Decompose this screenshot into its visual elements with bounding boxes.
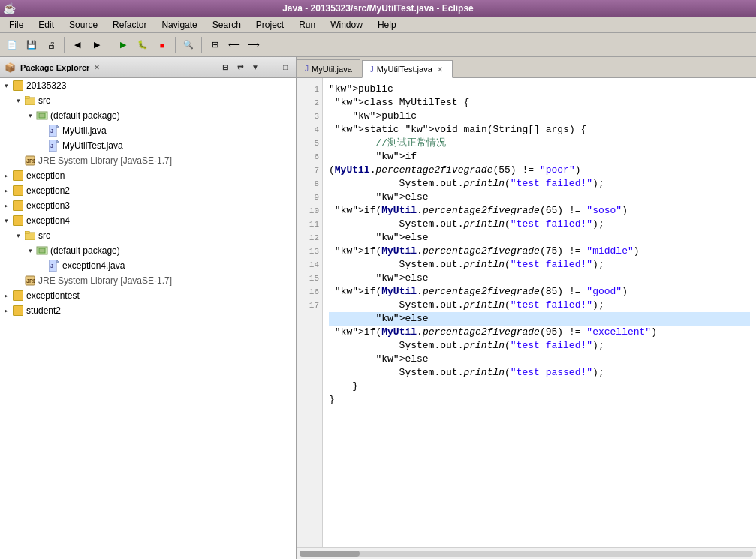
window-icon: ☕ bbox=[3, 2, 16, 14]
line-number: 14 bbox=[300, 258, 319, 272]
title-bar: ☕ Java - 20135323/src/MyUtilTest.java - … bbox=[0, 0, 756, 17]
tab-myutiltest[interactable]: J MyUtilTest.java ✕ bbox=[362, 60, 453, 78]
svg-rect-15 bbox=[25, 231, 29, 233]
line-number: 1 bbox=[300, 83, 319, 96]
tree-item-jre1[interactable]: JREJRE System Library [JavaSE-1.7] bbox=[0, 153, 296, 168]
tab-myutil[interactable]: J MyUtil.java bbox=[297, 59, 360, 77]
pe-min-btn[interactable]: _ bbox=[264, 62, 276, 74]
code-line: System.out.println("test failed!"); bbox=[329, 299, 750, 312]
tree-label: exception4.java bbox=[62, 260, 125, 271]
tree-item-MyUtil[interactable]: JMyUtil.java bbox=[0, 123, 296, 138]
pe-collapse-btn[interactable]: ⊟ bbox=[219, 62, 231, 74]
tree-item-exception4java[interactable]: Jexception4.java bbox=[0, 258, 296, 273]
tree-toggle bbox=[36, 125, 48, 137]
toolbar-sep2 bbox=[110, 37, 110, 53]
line-number: 9 bbox=[300, 191, 319, 204]
menu-run[interactable]: Run bbox=[293, 18, 321, 32]
menu-search[interactable]: Search bbox=[206, 18, 247, 32]
code-line: } bbox=[329, 380, 750, 393]
tree-label: (default package) bbox=[50, 245, 120, 256]
tree-item-exception4[interactable]: ▾exception4 bbox=[0, 213, 296, 228]
package-explorer-close-icon: ✕ bbox=[94, 64, 100, 71]
tree-item-exception3[interactable]: ▸exception3 bbox=[0, 198, 296, 213]
menu-navigate[interactable]: Navigate bbox=[155, 18, 203, 32]
toolbar-debug[interactable]: 🐛 bbox=[134, 36, 152, 54]
tree-item-src4[interactable]: ▾src bbox=[0, 228, 296, 243]
menu-project[interactable]: Project bbox=[250, 18, 290, 32]
tree-icon-java: J bbox=[48, 125, 60, 137]
code-line: System.out.println("test failed!"); bbox=[329, 177, 750, 191]
h-scrollbar-track[interactable] bbox=[300, 551, 753, 557]
tree-item-default_pkg[interactable]: ▾(default package) bbox=[0, 108, 296, 123]
pe-menu-btn[interactable]: ▼ bbox=[249, 62, 261, 74]
menu-bar: File Edit Source Refactor Navigate Searc… bbox=[0, 17, 756, 33]
line-number: 16 bbox=[300, 285, 319, 299]
toolbar-forward[interactable]: ▶ bbox=[88, 36, 106, 54]
menu-help[interactable]: Help bbox=[372, 18, 402, 32]
tree-icon-folder bbox=[24, 95, 36, 107]
line-number: 6 bbox=[300, 150, 319, 164]
code-line: "kw">else bbox=[329, 312, 750, 326]
toolbar: 📄 💾 🖨 ◀ ▶ ▶ 🐛 ■ 🔍 ⊞ ⟵ ⟶ bbox=[0, 33, 756, 57]
toolbar-prev-edit[interactable]: ⟵ bbox=[225, 36, 243, 54]
tree-item-exception[interactable]: ▸exception bbox=[0, 168, 296, 183]
toolbar-save[interactable]: 💾 bbox=[23, 36, 41, 54]
code-line: System.out.println("test passed!"); bbox=[329, 366, 750, 380]
code-line: "kw">else bbox=[329, 353, 750, 366]
line-number: 8 bbox=[300, 177, 319, 191]
line-numbers: 1234567891011121314151617 bbox=[297, 78, 323, 547]
toolbar-back[interactable]: ◀ bbox=[68, 36, 86, 54]
package-explorer-icon: 📦 bbox=[5, 62, 16, 73]
tree-item-MyUtilTest[interactable]: JMyUtilTest.java bbox=[0, 138, 296, 153]
tab-myutiltest-close[interactable]: ✕ bbox=[435, 65, 444, 74]
svg-rect-3 bbox=[39, 113, 45, 118]
pe-max-btn[interactable]: □ bbox=[279, 62, 291, 74]
menu-refactor[interactable]: Refactor bbox=[107, 18, 152, 32]
tree-item-20135323[interactable]: ▾20135323 bbox=[0, 78, 296, 93]
menu-source[interactable]: Source bbox=[63, 18, 104, 32]
main-layout: 📦 Package Explorer ✕ ⊟ ⇄ ▼ _ □ ▾20135323… bbox=[0, 57, 756, 559]
toolbar-search[interactable]: 🔍 bbox=[179, 36, 197, 54]
toolbar-run[interactable]: ▶ bbox=[114, 36, 132, 54]
tree-item-exception2[interactable]: ▸exception2 bbox=[0, 183, 296, 198]
toolbar-print[interactable]: 🖨 bbox=[42, 36, 60, 54]
tree-toggle: ▸ bbox=[0, 290, 12, 302]
code-line: System.out.println("test failed!"); bbox=[329, 258, 750, 272]
tree-icon-project bbox=[12, 80, 24, 92]
editor-scrollbar[interactable] bbox=[297, 547, 756, 559]
tree-item-student2[interactable]: ▸student2 bbox=[0, 303, 296, 318]
toolbar-stop[interactable]: ■ bbox=[153, 36, 171, 54]
tree-toggle: ▾ bbox=[24, 245, 36, 257]
menu-window[interactable]: Window bbox=[324, 18, 369, 32]
svg-marker-6 bbox=[56, 125, 59, 128]
tree-toggle: ▸ bbox=[0, 185, 12, 197]
toolbar-perspective[interactable]: ⊞ bbox=[206, 36, 224, 54]
tree-toggle: ▾ bbox=[0, 215, 12, 227]
h-scrollbar-thumb[interactable] bbox=[300, 551, 360, 557]
tree-item-exceptiontest[interactable]: ▸exceptiontest bbox=[0, 288, 296, 303]
menu-edit[interactable]: Edit bbox=[32, 18, 60, 32]
tree-item-jre4[interactable]: JREJRE System Library [JavaSE-1.7] bbox=[0, 273, 296, 288]
tree-label: exception2 bbox=[26, 185, 70, 196]
toolbar-next-edit[interactable]: ⟶ bbox=[245, 36, 263, 54]
svg-text:JRE: JRE bbox=[26, 158, 35, 164]
pe-link-btn[interactable]: ⇄ bbox=[234, 62, 246, 74]
tree-toggle: ▸ bbox=[0, 170, 12, 182]
code-line: "kw">if bbox=[329, 150, 750, 164]
toolbar-sep4 bbox=[201, 37, 202, 53]
code-line: "kw">public bbox=[329, 110, 750, 123]
tree-toggle: ▸ bbox=[0, 305, 12, 317]
toolbar-new[interactable]: 📄 bbox=[3, 36, 21, 54]
tree-label: exceptiontest bbox=[26, 290, 80, 301]
editor-content[interactable]: 1234567891011121314151617 "kw">public "k… bbox=[297, 78, 756, 547]
tree-icon-project bbox=[12, 200, 24, 212]
package-explorer-content[interactable]: ▾20135323▾src▾(default package) JMyUtil.… bbox=[0, 78, 296, 559]
tree-toggle: ▾ bbox=[0, 80, 12, 92]
package-explorer-title: Package Explorer bbox=[20, 63, 89, 72]
tree-item-src1[interactable]: ▾src bbox=[0, 93, 296, 108]
line-number: 4 bbox=[300, 123, 319, 137]
code-area[interactable]: "kw">public "kw">class MyUtilTest { "kw"… bbox=[323, 78, 756, 547]
menu-file[interactable]: File bbox=[3, 18, 29, 32]
tree-item-default_pkg4[interactable]: ▾(default package) bbox=[0, 243, 296, 258]
tree-toggle bbox=[36, 260, 48, 272]
